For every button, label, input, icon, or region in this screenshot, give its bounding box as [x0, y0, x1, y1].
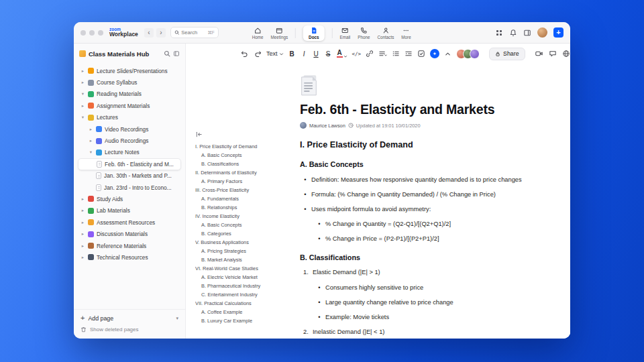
- sidebar-item-lecture-notes[interactable]: ▾ Lecture Notes: [78, 147, 181, 158]
- chevron-right-icon[interactable]: ▸: [80, 208, 85, 213]
- align-icon[interactable]: [378, 50, 387, 58]
- undo-icon[interactable]: [241, 50, 249, 58]
- outline-item[interactable]: B. Market Analysis: [195, 255, 290, 264]
- sidebar-item-jan-23rd-note[interactable]: Jan. 23rd - Intro to Econo...: [78, 182, 181, 193]
- checklist-icon[interactable]: [417, 50, 425, 58]
- sidebar-item-lecture-slides[interactable]: ▸ Lecture Slides/Presentations: [78, 65, 181, 76]
- redo-icon[interactable]: [254, 50, 262, 58]
- chevron-right-icon[interactable]: ▸: [89, 138, 93, 143]
- bold-button[interactable]: B: [288, 50, 296, 58]
- indent-icon[interactable]: [405, 50, 413, 58]
- outline-item[interactable]: B. Pharmaceutical Industry: [195, 282, 290, 290]
- strikethrough-button[interactable]: S: [325, 50, 332, 58]
- chevron-right-icon[interactable]: ▸: [89, 127, 93, 132]
- sidebar-item-discussion-materials[interactable]: ▸ Discussion Materials: [78, 228, 181, 239]
- add-page-button[interactable]: + Add page ▾: [80, 314, 178, 322]
- tab-more[interactable]: More: [401, 27, 411, 40]
- forward-button[interactable]: ›: [156, 28, 166, 38]
- outline-item[interactable]: B. Categories: [195, 229, 290, 238]
- sidebar-item-course-syllabus[interactable]: ▸ Course Syllabus: [78, 76, 181, 88]
- collapse-outline-icon[interactable]: [195, 131, 203, 138]
- outline-item[interactable]: III. Cross-Price Elasticity: [195, 186, 290, 194]
- link-icon[interactable]: [366, 50, 374, 58]
- window-close-button[interactable]: [80, 30, 86, 36]
- outline-item[interactable]: A. Basic Concepts: [195, 151, 290, 160]
- collapse-sidebar-icon[interactable]: [173, 50, 180, 57]
- chevron-right-icon[interactable]: ▸: [80, 196, 85, 202]
- chevron-right-icon[interactable]: ▸: [80, 80, 85, 85]
- new-item-plus-button[interactable]: +: [553, 27, 564, 38]
- outline-item[interactable]: A. Fundamentals: [195, 194, 290, 203]
- tab-meetings[interactable]: Meetings: [271, 27, 288, 40]
- tab-docs[interactable]: Docs: [303, 25, 324, 41]
- sidebar-item-reading-materials[interactable]: ▾ Reading Materials: [78, 88, 181, 100]
- notifications-bell-icon[interactable]: [509, 29, 517, 37]
- tab-contacts[interactable]: Contacts: [377, 27, 394, 40]
- global-search[interactable]: ⌘F: [170, 27, 219, 38]
- sidebar-item-technical-resources[interactable]: ▸ Technical Resources: [78, 251, 181, 263]
- sidebar-item-audio-recordings[interactable]: ▸ Audio Recordings: [78, 135, 181, 146]
- bullet-icon: [317, 221, 321, 228]
- outline-item[interactable]: A. Coffee Example: [195, 308, 290, 316]
- collapse-toolbar-chevron-icon[interactable]: [444, 50, 451, 58]
- sidebar-item-study-aids[interactable]: ▸ Study Aids: [78, 193, 181, 204]
- comments-icon[interactable]: [549, 50, 557, 58]
- sidebar-item-reference-materials[interactable]: ▸ Reference Materials: [78, 240, 181, 251]
- outline-item[interactable]: A. Electric Vehicle Market: [195, 273, 290, 282]
- sidebar-item-jan-30th-note[interactable]: Jan. 30th - Markets and P...: [78, 170, 181, 182]
- sidebar-search-icon[interactable]: [164, 50, 170, 57]
- outline-item[interactable]: VII. Practical Calculations: [195, 299, 290, 308]
- side-panel-icon[interactable]: [523, 29, 531, 37]
- window-zoom-button[interactable]: [98, 30, 103, 36]
- collaborator-avatars[interactable]: [456, 49, 480, 59]
- outline-item[interactable]: V. Business Applications: [195, 238, 290, 247]
- sidebar-item-lab-materials[interactable]: ▸ Lab Materials: [78, 205, 181, 217]
- outline-item[interactable]: B. Relationships: [195, 203, 290, 212]
- chevron-right-icon[interactable]: ▸: [80, 231, 85, 237]
- text-style-dropdown[interactable]: Text: [266, 50, 284, 57]
- outline-item[interactable]: I. Price Elasticity of Demand: [195, 142, 290, 151]
- sidebar-item-video-recordings[interactable]: ▸ Video Recordings: [78, 123, 181, 135]
- chevron-right-icon[interactable]: ▸: [80, 255, 85, 260]
- outline-item[interactable]: A. Pricing Strategies: [195, 247, 290, 255]
- user-avatar[interactable]: [537, 27, 547, 38]
- search-input[interactable]: [181, 29, 205, 36]
- code-button[interactable]: </>: [352, 51, 362, 57]
- chevron-right-icon[interactable]: ▸: [80, 103, 85, 109]
- chevron-down-icon[interactable]: ▾: [89, 149, 93, 155]
- tab-phone[interactable]: Phone: [358, 27, 370, 40]
- tab-home[interactable]: Home: [252, 27, 264, 40]
- document-body[interactable]: Feb. 6th - Elasticity and Markets Mauric…: [300, 74, 570, 336]
- font-color-button[interactable]: A: [337, 49, 347, 58]
- outline-item[interactable]: B. Classifications: [195, 160, 290, 168]
- outline-item[interactable]: B. Luxury Car Example: [195, 316, 290, 325]
- chevron-right-icon[interactable]: ▸: [80, 220, 85, 225]
- video-camera-icon[interactable]: [535, 50, 543, 58]
- chevron-down-icon[interactable]: ▾: [80, 91, 85, 97]
- show-deleted-pages-button[interactable]: Show deleted pages: [80, 326, 178, 333]
- ai-companion-button[interactable]: [430, 49, 439, 58]
- chevron-right-icon[interactable]: ▸: [80, 68, 85, 74]
- outline-item[interactable]: VI. Real-World Case Studies: [195, 264, 290, 273]
- back-button[interactable]: ‹: [144, 28, 154, 38]
- sidebar-item-assignment-materials[interactable]: ▸ Assignment Materials: [78, 100, 181, 111]
- window-minimize-button[interactable]: [89, 30, 95, 36]
- sidebar-item-assessment-resources[interactable]: ▸ Assessment Resources: [78, 217, 181, 228]
- italic-button[interactable]: I: [301, 50, 308, 58]
- chevron-down-icon[interactable]: ▾: [80, 115, 85, 120]
- tab-email[interactable]: Email: [340, 27, 351, 40]
- globe-icon[interactable]: [562, 50, 570, 58]
- underline-button[interactable]: U: [313, 50, 320, 58]
- share-button[interactable]: Share: [489, 48, 525, 60]
- bullet-list-icon[interactable]: [392, 50, 400, 58]
- sidebar-item-lectures[interactable]: ▾ Lectures: [78, 112, 181, 123]
- outline-item[interactable]: C. Entertainment Industry: [195, 290, 290, 299]
- outline-item[interactable]: II. Determinants of Elasticity: [195, 168, 290, 177]
- chevron-down-icon[interactable]: ▾: [176, 316, 178, 321]
- sidebar-item-feb-6th-note[interactable]: Feb. 6th - Elasticity and M...: [78, 158, 181, 170]
- outline-item[interactable]: IV. Income Elasticity: [195, 212, 290, 221]
- apps-grid-icon[interactable]: [495, 29, 503, 37]
- chevron-right-icon[interactable]: ▸: [80, 243, 85, 249]
- outline-item[interactable]: A. Basic Concepts: [195, 221, 290, 229]
- outline-item[interactable]: A. Primary Factors: [195, 177, 290, 186]
